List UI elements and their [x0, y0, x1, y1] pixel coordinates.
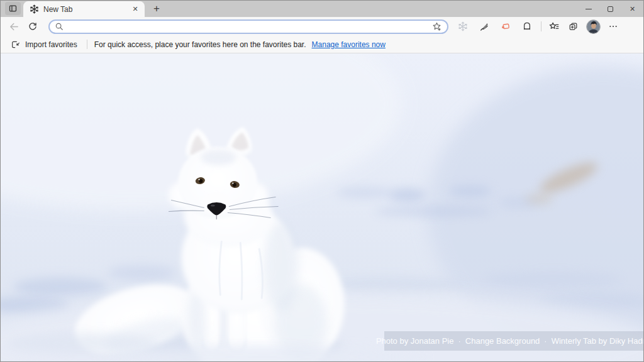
pen-extension-button[interactable] — [476, 18, 492, 35]
favorites-star-icon — [548, 21, 560, 32]
arctic-fox-photo — [1, 53, 643, 361]
profile-button[interactable] — [585, 18, 601, 35]
favorites-settings-button[interactable] — [430, 20, 443, 33]
photo-credit-link[interactable]: Photo by Jonatan Pie — [376, 336, 454, 346]
new-tab-button[interactable]: + — [147, 1, 166, 16]
orange-extension-button[interactable] — [497, 18, 514, 35]
new-tab-page: Photo by Jonatan Pie · Change Background… — [1, 53, 643, 361]
maximize-icon — [608, 6, 613, 12]
tab-new-tab[interactable]: New Tab ✕ — [23, 1, 145, 17]
favorites-bar: Import favorites For quick access, place… — [1, 36, 643, 53]
tab-strip: New Tab ✕ + ✕ — [1, 1, 643, 17]
toolbar-separator — [541, 21, 541, 31]
tab-actions-menu-button[interactable] — [5, 2, 21, 15]
favorites-button[interactable] — [546, 18, 562, 35]
address-input[interactable] — [67, 21, 426, 31]
winterly-extension-button[interactable] — [455, 18, 471, 35]
favorites-bar-separator — [87, 40, 87, 49]
star-gear-icon — [431, 21, 442, 32]
manage-favorites-link[interactable]: Manage favorites now — [312, 40, 386, 49]
address-bar[interactable] — [48, 19, 448, 34]
change-background-link[interactable]: Change Background — [465, 336, 540, 346]
import-favorites-icon — [11, 40, 21, 50]
profile-avatar — [586, 19, 601, 34]
snowflake-favicon-icon — [30, 4, 39, 14]
refresh-icon — [28, 21, 38, 31]
minimize-icon — [586, 9, 592, 9]
winterly-credit-link[interactable]: Winterly Tab by Diky Hadna — [552, 336, 643, 346]
refresh-button[interactable] — [25, 18, 41, 35]
window-minimize-button[interactable] — [577, 1, 599, 17]
snowflake-extension-icon — [458, 21, 468, 31]
browser-window: New Tab ✕ + ✕ — [0, 0, 644, 362]
caption-separator: · — [458, 336, 460, 346]
search-icon — [55, 22, 64, 31]
tab-title: New Tab — [43, 5, 125, 14]
window-close-button[interactable]: ✕ — [621, 1, 643, 17]
collections-icon — [568, 21, 579, 32]
tab-actions-icon — [8, 4, 18, 13]
collections-button[interactable] — [565, 18, 581, 35]
import-favorites-button[interactable]: Import favorites — [8, 38, 80, 51]
settings-menu-button[interactable] — [605, 18, 621, 35]
toolbar — [1, 17, 643, 36]
back-button[interactable] — [6, 18, 22, 35]
ghost-icon — [522, 21, 532, 31]
tab-close-button[interactable]: ✕ — [130, 4, 141, 15]
orange-tag-icon — [501, 21, 511, 31]
ghost-extension-button[interactable] — [519, 18, 535, 35]
back-arrow-icon — [9, 21, 19, 32]
window-controls: ✕ — [577, 1, 643, 17]
favorites-bar-message: For quick access, place your favorites h… — [94, 40, 306, 49]
caption-separator: · — [544, 336, 547, 346]
ellipsis-icon — [608, 21, 618, 31]
import-favorites-label: Import favorites — [25, 40, 77, 49]
window-maximize-button[interactable] — [599, 1, 621, 17]
photo-caption-bar: Photo by Jonatan Pie · Change Background… — [384, 331, 643, 351]
pen-flag-icon — [479, 21, 489, 31]
